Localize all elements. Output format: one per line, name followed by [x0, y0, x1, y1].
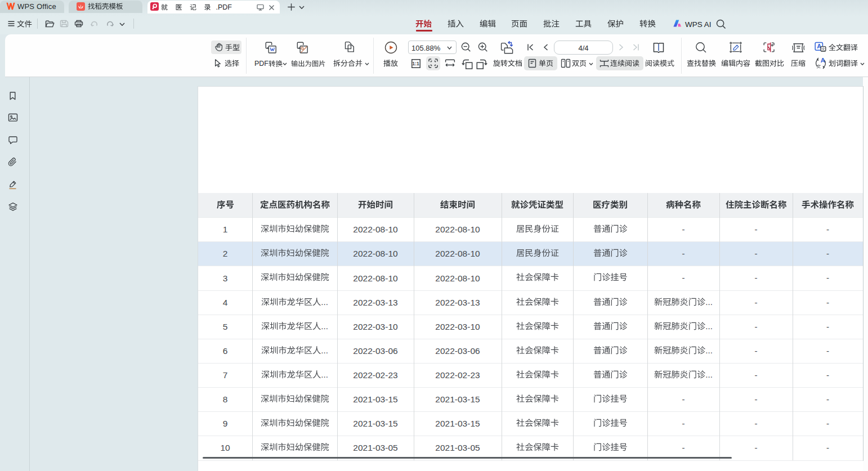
svg-text:A: A: [821, 57, 825, 64]
